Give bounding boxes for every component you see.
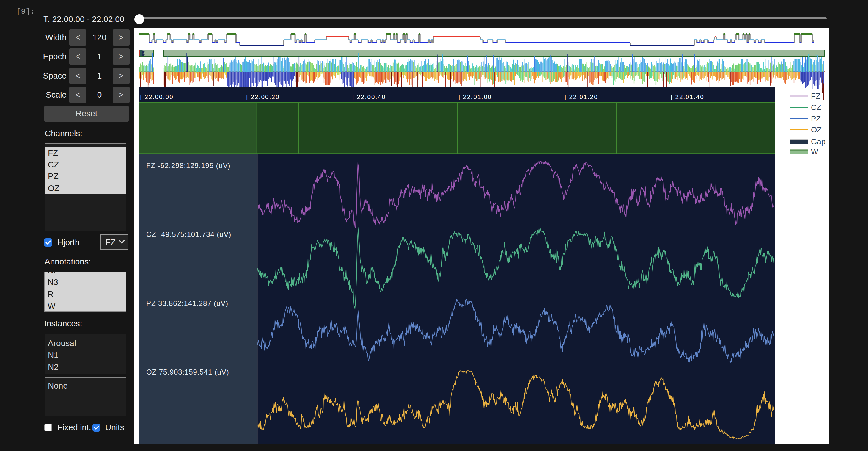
svg-text:OZ: OZ xyxy=(811,125,822,134)
svg-text:W: W xyxy=(811,147,818,156)
svg-text:OZ 75.903:159.541 (uV): OZ 75.903:159.541 (uV) xyxy=(146,368,229,376)
svg-text:| 22:00:40: | 22:00:40 xyxy=(352,93,386,100)
svg-text:Gap: Gap xyxy=(811,137,826,146)
svg-text:| 22:01:20: | 22:01:20 xyxy=(564,93,598,100)
svg-text:FZ: FZ xyxy=(811,92,820,101)
svg-text:| 22:00:20: | 22:00:20 xyxy=(246,93,280,100)
svg-text:PZ: PZ xyxy=(811,114,821,123)
svg-text:FZ -62.298:129.195 (uV): FZ -62.298:129.195 (uV) xyxy=(146,162,231,170)
svg-text:PZ 33.862:141.287 (uV): PZ 33.862:141.287 (uV) xyxy=(146,299,228,307)
svg-text:| 22:01:40: | 22:01:40 xyxy=(671,93,704,100)
svg-text:| 22:00:00: | 22:00:00 xyxy=(140,93,174,100)
svg-text:CZ -49.575:101.734 (uV): CZ -49.575:101.734 (uV) xyxy=(146,230,231,238)
svg-text:| 22:01:00: | 22:01:00 xyxy=(458,93,492,100)
svg-text:CZ: CZ xyxy=(811,103,821,112)
